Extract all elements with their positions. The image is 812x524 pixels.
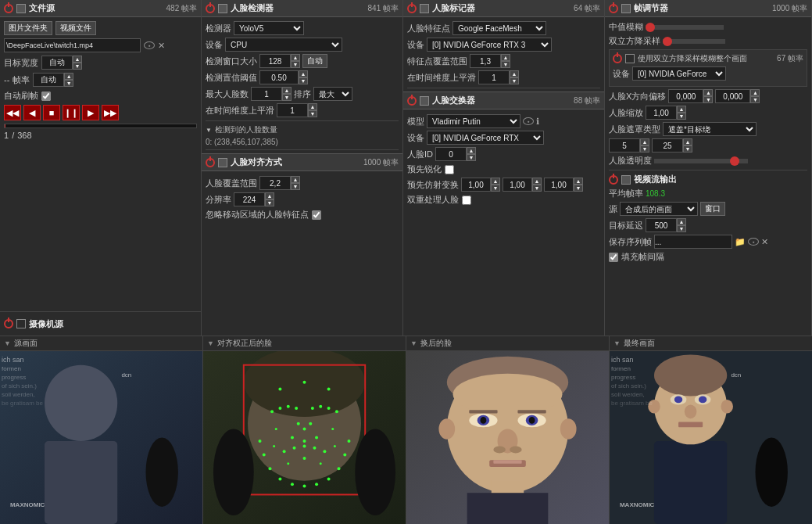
check-icon-camera[interactable] [16,319,26,328]
x-offset-down[interactable]: ▼ [703,96,713,103]
delay-up[interactable]: ▲ [677,218,686,225]
blur-up[interactable]: ▲ [683,138,692,145]
check-icon-bicubic[interactable] [625,54,635,63]
y-offset-up[interactable]: ▲ [750,89,760,96]
resolution-up[interactable]: ▲ [265,192,274,199]
threshold-up[interactable]: ▲ [299,70,308,77]
save-path-input[interactable] [654,235,732,249]
auto-window-btn[interactable]: 自动 [302,54,327,68]
landmark-range-input[interactable] [470,54,501,68]
face-id-down[interactable]: ▼ [467,154,476,161]
save-close-icon[interactable]: ✕ [761,237,768,247]
y-offset-input[interactable] [715,89,750,103]
coverage-up[interactable]: ▲ [291,176,300,183]
morph-x-input[interactable] [461,178,491,192]
morph-z-input[interactable] [544,178,574,192]
close-icon[interactable]: ✕ [158,41,165,51]
pre-sharpen-checkbox[interactable] [445,165,454,174]
median-slider[interactable] [646,25,724,30]
coverage-down[interactable]: ▼ [291,183,300,190]
sub-device-select[interactable]: [0] NVIDIA GeForce [632,66,726,81]
model-info-icon[interactable]: ℹ [536,117,539,127]
morph-z-up[interactable]: ▲ [574,178,583,185]
btn-pause[interactable]: ❙❙ [63,105,80,120]
marker-smooth-input[interactable] [478,70,510,84]
btn-next-fast[interactable]: ▶▶ [102,105,119,120]
btn-prev-fast[interactable]: ◀◀ [4,105,21,120]
face-id-input[interactable] [435,147,467,161]
blend-type-select[interactable]: 遮盖*目标绕 [663,122,757,136]
threshold-down[interactable]: ▼ [299,77,308,84]
scale-down[interactable]: ▼ [677,113,686,120]
window-size-input[interactable] [259,54,291,68]
swapper-device-select[interactable]: [0] NVIDIA GeForce RTX [427,131,544,145]
model-select[interactable]: Vladimir Putin [427,114,520,128]
model-eye-icon[interactable] [523,117,534,125]
target-width-input[interactable] [41,56,73,70]
sort-select[interactable]: 最大 [313,87,352,101]
check-icon-detector[interactable] [218,4,227,13]
face-id-up[interactable]: ▲ [467,147,476,154]
detected-section[interactable]: 检测到的人脸数量 [206,124,399,135]
delay-down[interactable]: ▼ [677,225,686,232]
fps-input[interactable] [33,73,64,87]
check-icon-file[interactable] [16,4,26,13]
window-size-up[interactable]: ▲ [291,54,300,61]
blur-input[interactable] [652,138,683,153]
check-icon-swapper[interactable] [420,96,429,106]
btn-next[interactable]: ▶ [82,105,99,120]
power-icon-stream[interactable] [609,175,618,185]
save-eye-icon[interactable] [748,238,759,246]
source-select[interactable]: 合成后的画面 [620,202,698,216]
resolution-down[interactable]: ▼ [265,199,274,206]
blur-down[interactable]: ▼ [683,145,692,153]
check-icon-marker[interactable] [420,4,429,13]
progress-bar-container[interactable] [4,124,197,128]
tab-video-file[interactable]: 视频文件 [55,21,96,35]
btn-prev[interactable]: ◀ [23,105,41,120]
max-faces-down[interactable]: ▼ [282,94,292,101]
power-icon-marker[interactable] [407,4,417,13]
check-icon-adjuster[interactable] [621,4,631,13]
scale-up[interactable]: ▲ [677,106,686,113]
max-faces-up[interactable]: ▲ [282,87,292,94]
landmark-range-up[interactable]: ▲ [501,54,510,61]
erode-input[interactable] [609,138,640,153]
power-icon-adjuster[interactable] [609,4,618,13]
ignore-moving-checkbox[interactable] [312,210,321,220]
bilateral-slider[interactable] [663,39,725,44]
erode-up[interactable]: ▲ [640,138,649,145]
opacity-slider[interactable] [654,159,748,163]
fill-gaps-checkbox[interactable] [609,253,618,262]
x-offset-input[interactable] [668,89,703,103]
morph-x-up[interactable]: ▲ [491,178,500,185]
double-checkbox[interactable] [462,196,471,205]
resolution-input[interactable] [234,192,265,206]
y-offset-down[interactable]: ▼ [750,96,760,103]
detector-device-select[interactable]: CPU [225,38,342,52]
target-width-down[interactable]: ▼ [73,63,82,70]
smooth-input[interactable] [277,103,308,117]
landmarks-select[interactable]: Google FaceMesh [453,21,546,35]
morph-x-down[interactable]: ▼ [491,185,500,192]
power-icon-swapper[interactable] [407,96,417,106]
auto-feed-checkbox[interactable] [41,92,51,101]
coverage-input[interactable] [259,176,291,190]
marker-smooth-down[interactable]: ▼ [510,77,519,84]
window-size-down[interactable]: ▼ [291,61,300,68]
check-icon-aligner[interactable] [218,158,227,167]
landmark-range-down[interactable]: ▼ [501,61,510,68]
max-faces-input[interactable] [251,87,282,101]
eye-icon[interactable] [144,41,155,49]
delay-input[interactable] [646,218,677,232]
target-width-up[interactable]: ▲ [73,56,82,63]
smooth-down[interactable]: ▼ [308,110,317,117]
morph-y-input[interactable] [503,178,532,192]
power-icon-file[interactable] [4,4,13,13]
morph-y-down[interactable]: ▼ [532,185,542,192]
marker-device-select[interactable]: [0] NVIDIA GeForce RTX 3 [427,38,552,52]
window-btn[interactable]: 窗口 [700,202,725,216]
tab-image-folder[interactable]: 图片文件夹 [4,21,52,35]
btn-stop[interactable]: ■ [43,105,60,120]
detector-type-select[interactable]: YoloV5 [234,21,304,35]
